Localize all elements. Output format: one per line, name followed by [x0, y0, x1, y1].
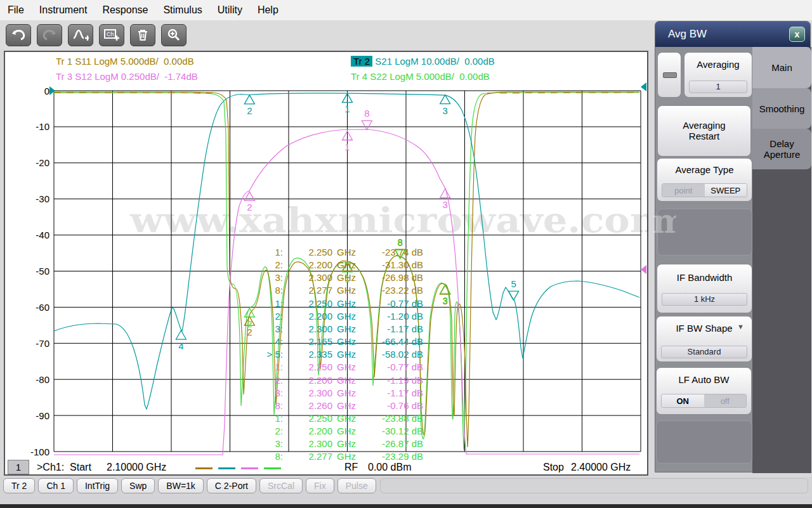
menu-instrument[interactable]: Instrument	[32, 4, 95, 16]
menu-file[interactable]: File	[0, 4, 32, 16]
channel-number-box[interactable]: 1	[8, 460, 29, 474]
marker-row: 2:2.200GHz-31.30 dB	[254, 259, 425, 271]
marker-cell: 2.300	[293, 438, 332, 450]
add-trace-button[interactable]	[68, 24, 93, 46]
trash-icon	[136, 28, 150, 42]
marker-glyph-tr3-8[interactable]	[362, 120, 372, 129]
marker-glyph-tr2-2[interactable]	[244, 95, 254, 104]
marker-row: 3:2.300GHz-26.87 dB	[254, 438, 425, 450]
marker-number: 1	[344, 141, 350, 152]
marker-number: 5	[511, 278, 516, 289]
marker-glyph-tr3-3[interactable]	[440, 189, 450, 198]
lf-auto-bw-on[interactable]: ON	[662, 394, 704, 407]
marker-cell: 2.250	[293, 412, 332, 425]
menu-stimulus[interactable]: Stimulus	[155, 4, 209, 16]
stop-frequency[interactable]: 2.40000 GHz	[571, 462, 631, 473]
average-type-point[interactable]: point	[662, 184, 705, 197]
marker-glyph-tr2-5[interactable]	[509, 291, 519, 300]
bottom-button-tr-2[interactable]: Tr 2	[3, 478, 35, 493]
marker-cell: -66.44 dB	[357, 335, 423, 348]
watermark: www.xahxmicrowave.com	[129, 200, 648, 240]
marker-cell: GHz	[337, 297, 356, 310]
averaging-button[interactable]: Averaging 1	[684, 52, 752, 98]
start-frequency[interactable]: 2.10000 GHz	[107, 462, 166, 473]
marker-cell: 2.200	[293, 374, 332, 387]
if-bandwidth-button[interactable]: IF Bandwidth 1 kHz	[657, 264, 752, 313]
bottom-button-bw-1k[interactable]: BW=1k	[158, 478, 204, 493]
marker-cell: 3:	[254, 271, 283, 284]
marker-cell: 2.250	[293, 246, 332, 259]
averaging-value[interactable]: 1	[689, 81, 747, 93]
y-tick: -40	[36, 230, 49, 240]
averaging-led-indicator	[663, 72, 677, 78]
marker-number: 1	[344, 103, 350, 114]
bottom-button-inttrig[interactable]: IntTrig	[77, 478, 118, 493]
undo-button[interactable]	[6, 24, 31, 46]
marker-number: 4	[178, 341, 183, 351]
marker-cell: 8:	[254, 450, 283, 463]
ref-arrow-right-tr2[interactable]	[641, 82, 646, 91]
marker-cell: GHz	[337, 348, 356, 361]
marker-cell: GHz	[337, 284, 356, 297]
marker-cell: 3:	[254, 438, 283, 450]
empty-softkey-2	[656, 420, 752, 464]
marker-cell: 2:	[254, 374, 283, 387]
legend-dash-tr3	[241, 467, 258, 469]
marker-number: 2	[247, 318, 252, 329]
ref-arrow-right-tr3[interactable]	[641, 265, 646, 274]
if-bw-shape-button[interactable]: IF BW Shape ▼ Standard	[656, 316, 752, 362]
y-tick: -60	[36, 302, 49, 313]
y-tick: -20	[36, 157, 49, 168]
marker-cell: 2.335	[293, 348, 332, 361]
averaging-restart-button[interactable]: Averaging Restart	[657, 105, 751, 157]
marker-row: 1:2.250GHz-0.77 dB	[254, 361, 425, 374]
average-type-button[interactable]: Average Type point SWEEP	[657, 158, 752, 202]
averaging-toggle-button[interactable]	[657, 52, 681, 98]
rf-power[interactable]: 0.00 dBm	[368, 462, 411, 473]
svg-text:Ch: Ch	[107, 31, 114, 37]
y-tick: -10	[36, 121, 49, 132]
menu-utility[interactable]: Utility	[210, 4, 250, 16]
tab-smoothing[interactable]: Smoothing	[752, 88, 811, 129]
if-bandwidth-value[interactable]: 1 kHz	[662, 293, 747, 306]
marker-cell: > 5:	[254, 348, 283, 361]
zoom-button[interactable]	[161, 24, 187, 46]
marker-row: > 5:2.335GHz-58.02 dB	[254, 348, 425, 361]
marker-row: 3:2.300GHz-1.17 dB	[254, 323, 425, 335]
menu-response[interactable]: Response	[95, 4, 155, 16]
lf-auto-bw-toggle[interactable]: ON off	[661, 394, 747, 408]
marker-glyph-tr2-4[interactable]	[176, 330, 186, 339]
tab-delay-aperture[interactable]: Delay Aperture	[752, 129, 811, 169]
lf-auto-bw-off[interactable]: off	[704, 394, 747, 407]
panel-title: Avg BW	[668, 28, 707, 40]
marker-cell: -23.88 dB	[357, 412, 423, 425]
marker-cell: 2:	[254, 259, 283, 271]
marker-cell: 1:	[254, 297, 283, 310]
bottom-strip	[0, 495, 812, 504]
y-tick: 0	[44, 86, 49, 96]
add-channel-button[interactable]: Ch	[99, 24, 124, 46]
menu-help[interactable]: Help	[250, 4, 286, 16]
y-axis-labels: 0-10-20-30-40-50-60-70-80-90-100	[30, 86, 49, 457]
average-type-toggle[interactable]: point SWEEP	[662, 183, 747, 197]
bottom-button-c-2-port[interactable]: C 2-Port	[207, 478, 256, 493]
delete-button[interactable]	[130, 24, 155, 46]
marker-cell: 2.250	[293, 297, 332, 310]
bottom-button-swp[interactable]: Swp	[121, 478, 155, 493]
y-tick: -100	[30, 446, 49, 457]
bottom-button-fix: Fix	[306, 478, 334, 493]
marker-row: 3:2.300GHz-1.17 dB	[254, 387, 425, 400]
marker-cell: 2:	[254, 425, 283, 438]
average-type-sweep[interactable]: SWEEP	[705, 184, 747, 197]
close-icon[interactable]: x	[789, 27, 805, 42]
tab-main[interactable]: Main	[752, 47, 811, 88]
marker-cell: 2.300	[293, 323, 332, 335]
panel-title-bar[interactable]: Avg BW x	[655, 22, 810, 47]
ref-arrow-left-tr2[interactable]	[49, 86, 55, 95]
marker-number: 3	[442, 105, 447, 116]
if-bw-shape-value[interactable]: Standard	[661, 346, 747, 358]
bottom-button-ch-1[interactable]: Ch 1	[38, 478, 74, 493]
marker-cell: 2.260	[293, 400, 332, 412]
marker-cell: 2.200	[293, 425, 332, 438]
lf-auto-bw-button[interactable]: LF Auto BW ON off	[656, 367, 752, 415]
